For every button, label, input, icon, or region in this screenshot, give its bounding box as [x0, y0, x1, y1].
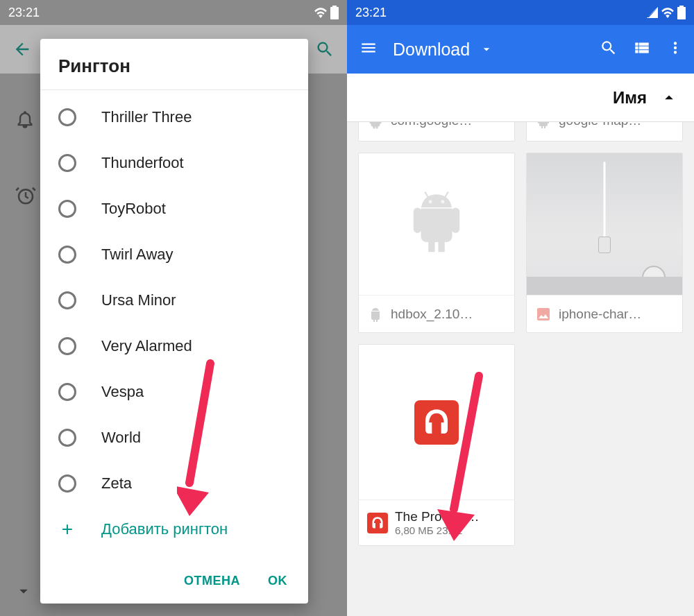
ringtone-label: Vespa: [101, 383, 144, 401]
file-name: iphone-char…: [559, 307, 641, 322]
svg-rect-3: [537, 308, 550, 320]
svg-rect-4: [414, 400, 459, 445]
radio-icon: [58, 429, 76, 447]
search-icon: [600, 39, 618, 57]
ringtone-option[interactable]: World: [40, 415, 308, 461]
ringtone-option[interactable]: Vespa: [40, 369, 308, 415]
sort-label: Имя: [613, 88, 647, 108]
radio-icon: [58, 200, 76, 218]
signal-triangle-icon: [647, 7, 658, 18]
file-name: The Prodigy…: [395, 509, 479, 524]
android-icon: [367, 122, 384, 129]
add-ringtone-button[interactable]: + Добавить рингтон: [40, 506, 308, 552]
ringtone-list[interactable]: Thriller Three Thunderfoot ToyRobot Twir…: [40, 90, 308, 558]
ringtone-label: Ursa Minor: [101, 291, 176, 309]
view-list-icon: [633, 39, 651, 57]
add-ringtone-label: Добавить рингтон: [101, 520, 228, 538]
chevron-up-icon: [659, 88, 679, 108]
bell-icon: [15, 110, 35, 129]
file-name: hdbox_2.10…: [391, 307, 473, 322]
file-tile[interactable]: hdbox_2.10…: [358, 153, 515, 333]
ringtone-option[interactable]: ToyRobot: [40, 186, 308, 232]
status-time: 23:21: [355, 6, 387, 20]
svg-point-2: [441, 200, 444, 203]
radio-icon: [58, 154, 76, 172]
cancel-button[interactable]: ОТМЕНА: [184, 574, 240, 588]
ringtone-dialog: Рингтон Thriller Three Thunderfoot ToyRo…: [40, 39, 308, 604]
file-tile[interactable]: iphone-char…: [526, 153, 683, 333]
search-icon: [315, 40, 335, 59]
file-thumbnail: [359, 345, 514, 499]
hamburger-menu-icon[interactable]: [359, 39, 378, 60]
back-arrow-icon: [12, 40, 32, 59]
left-phone-screen: 23:21 Рингтон Thriller Three Thunderfoot…: [0, 0, 347, 616]
wifi-icon: [661, 7, 675, 18]
ringtone-option[interactable]: Thriller Three: [40, 94, 308, 140]
status-icons: [647, 6, 686, 19]
music-app-icon: [414, 400, 459, 445]
sort-header[interactable]: Имя: [347, 74, 694, 122]
file-name: google-map…: [559, 122, 641, 128]
status-bar: 23:21: [347, 0, 694, 25]
plus-icon: +: [58, 518, 76, 540]
file-name: com.google…: [391, 122, 472, 128]
battery-icon: [677, 6, 686, 19]
svg-rect-5: [367, 513, 388, 533]
ringtone-option[interactable]: Thunderfoot: [40, 140, 308, 186]
more-vert-icon: [666, 39, 684, 57]
dialog-actions: ОТМЕНА OK: [40, 558, 308, 604]
svg-point-1: [429, 200, 432, 203]
radio-icon: [58, 291, 76, 309]
android-icon: [405, 189, 468, 259]
search-button[interactable]: [600, 39, 618, 60]
status-bar: 23:21: [0, 0, 347, 25]
battery-icon: [330, 6, 339, 19]
radio-icon: [58, 474, 76, 493]
music-app-icon: [367, 513, 388, 533]
status-time: 23:21: [8, 6, 40, 20]
chevron-down-icon: [14, 581, 33, 604]
view-list-button[interactable]: [633, 39, 651, 60]
file-thumbnail: [359, 153, 514, 295]
android-icon: [535, 122, 552, 129]
dialog-title: Рингтон: [40, 39, 308, 90]
ringtone-label: ToyRobot: [101, 200, 166, 218]
file-tile[interactable]: The Prodigy… 6,80 МБ 23:02: [358, 344, 515, 546]
ok-button[interactable]: OK: [268, 574, 287, 588]
appbar-title-text: Download: [393, 40, 470, 60]
file-tile[interactable]: com.google…: [358, 122, 515, 142]
radio-icon: [58, 108, 76, 126]
ringtone-option[interactable]: Zeta: [40, 461, 308, 506]
ringtone-option[interactable]: Twirl Away: [40, 232, 308, 277]
file-meta: 6,80 МБ 23:02: [395, 524, 479, 536]
ringtone-label: World: [101, 429, 141, 447]
file-thumbnail: [527, 153, 682, 295]
ringtone-label: Twirl Away: [101, 246, 174, 264]
files-grid[interactable]: com.google… google-map… hdbox_2.10…: [347, 122, 694, 616]
alarm-clock-icon: [15, 185, 36, 206]
radio-icon: [58, 337, 76, 355]
right-phone-screen: 23:21 Download Имя: [347, 0, 694, 616]
ringtone-label: Very Alarmed: [101, 337, 192, 355]
image-icon: [535, 306, 552, 323]
android-icon: [367, 306, 384, 323]
radio-icon: [58, 246, 76, 264]
overflow-menu-button[interactable]: [666, 39, 684, 60]
app-bar: Download: [347, 25, 694, 74]
file-tile[interactable]: google-map…: [526, 122, 683, 142]
chevron-down-icon: [480, 42, 493, 56]
ringtone-label: Zeta: [101, 474, 132, 493]
appbar-title-dropdown[interactable]: Download: [393, 40, 493, 60]
ringtone-option[interactable]: Ursa Minor: [40, 277, 308, 323]
wifi-icon: [314, 7, 328, 18]
ringtone-option[interactable]: Very Alarmed: [40, 323, 308, 369]
status-icons: [314, 6, 339, 19]
ringtone-label: Thriller Three: [101, 108, 192, 126]
radio-icon: [58, 383, 76, 401]
ringtone-label: Thunderfoot: [101, 154, 184, 172]
